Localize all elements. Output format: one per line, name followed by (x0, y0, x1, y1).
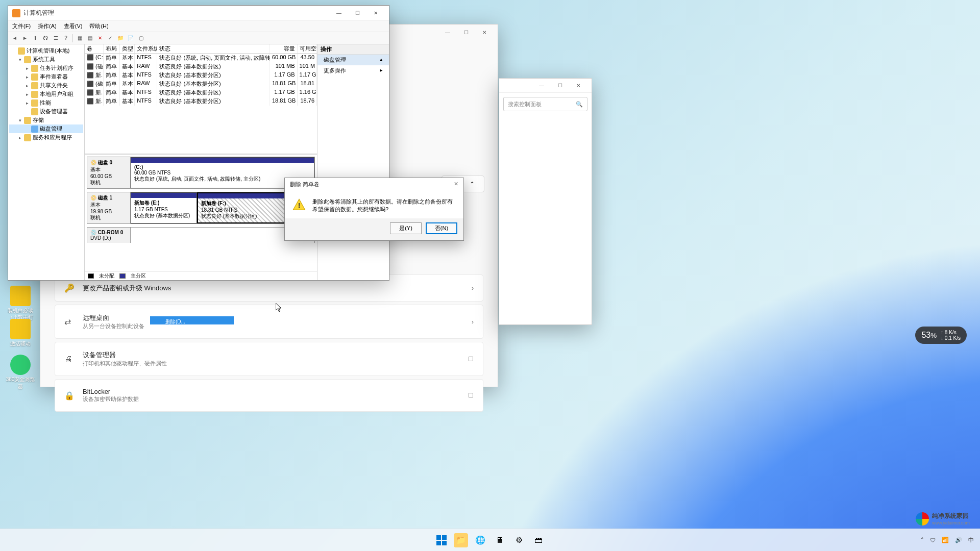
open-external-icon: ☐ (468, 392, 474, 399)
tray-ime-icon[interactable]: 中 (968, 536, 974, 544)
tray-shield-icon[interactable]: 🛡 (930, 537, 936, 543)
actions-diskmgmt[interactable]: 磁盘管理▴ (317, 55, 389, 65)
taskbar-app-icon[interactable]: 🗃 (531, 533, 546, 547)
toolbar-delete-button[interactable]: ✕ (95, 34, 105, 43)
tray-volume-icon[interactable]: 🔊 (955, 537, 962, 543)
taskbar-settings-icon[interactable]: 🖥 (493, 533, 507, 547)
svg-text:!: ! (298, 202, 301, 210)
start-button[interactable] (434, 533, 449, 547)
toolbar-help-button[interactable]: ? (61, 34, 70, 43)
disk-graphics-pane[interactable]: 📀 磁盘 0基本60.00 GB联机 (C:)60.00 GB NTFS状态良好… (85, 155, 317, 271)
menu-help[interactable]: 帮助(H) (89, 22, 108, 30)
maximize-button[interactable]: ☐ (348, 7, 366, 20)
disk-row-cdrom: 💿 CD-ROM 0DVD (D:) (87, 227, 315, 243)
minimize-button[interactable]: — (330, 7, 348, 20)
toolbar-forward-button[interactable]: ► (20, 34, 30, 43)
remote-icon: ⇄ (64, 317, 75, 327)
watermark: 纯净系统家园www.yidaimei.com (916, 512, 970, 525)
setting-item-bitlocker[interactable]: 🔒 BitLocker设备加密帮助保护数据 ☐ (55, 379, 483, 412)
volume-row[interactable]: ⬛ (磁...简单基本RAW状态良好 (基本数据分区)101 MB101 M (85, 62, 317, 71)
open-external-icon: ☐ (468, 356, 474, 363)
control-panel-search-input[interactable]: 搜索控制面板 🔍 (503, 97, 587, 111)
taskbar-gear-icon[interactable]: ⚙ (512, 533, 526, 547)
taskbar[interactable]: 📁 🌐 🖥 ⚙ 🗃 ˄ 🛡 📶 🔊 中 (0, 529, 980, 551)
window-title: 计算机管理 (23, 9, 330, 17)
toolbar-up-button[interactable]: ⬆ (31, 34, 40, 43)
setting-item-remote-desktop[interactable]: ⇄ 远程桌面从另一台设备控制此设备 删除(D... › (55, 305, 483, 339)
volume-row[interactable]: ⬛ (C:)简单基本NTFS状态良好 (系统, 启动, 页面文件, 活动, 故障… (85, 54, 317, 62)
search-icon: 🔍 (576, 101, 583, 108)
svg-rect-2 (442, 535, 447, 540)
cursor-icon (276, 303, 284, 313)
desktop-icon-activation[interactable]: 激活驱动 (5, 319, 36, 347)
toolbar-check-button[interactable]: ✓ (106, 34, 115, 43)
svg-rect-1 (436, 535, 441, 540)
cpl-maximize-button[interactable]: ☐ (551, 79, 569, 92)
desktop-icon-browser[interactable]: 360安全浏览器 (5, 355, 36, 390)
dialog-yes-button[interactable]: 是(Y) (390, 222, 422, 234)
tray-chevron-icon[interactable]: ˄ (921, 537, 924, 543)
dialog-title: 删除 简单卷 (290, 181, 320, 188)
dialog-close-button[interactable]: ✕ (454, 181, 458, 188)
warning-icon: ! (292, 198, 306, 212)
toolbar-icon-button[interactable]: ▢ (136, 34, 145, 43)
tree-node-disk-management[interactable]: 磁盘管理 (9, 124, 83, 133)
cpl-minimize-button[interactable]: — (532, 79, 551, 92)
settings-minimize-button[interactable]: — (438, 26, 457, 39)
cpl-close-button[interactable]: ✕ (569, 79, 587, 92)
volume-row[interactable]: ⬛ 新...简单基本NTFS状态良好 (基本数据分区)18.81 GB18.76 (85, 97, 317, 106)
svg-rect-3 (436, 541, 441, 545)
menu-action[interactable]: 操作(A) (38, 22, 57, 30)
control-panel-window: — ☐ ✕ 搜索控制面板 🔍 (499, 78, 592, 325)
watermark-logo-icon (916, 512, 929, 525)
toolbar-icon-button[interactable]: 📁 (116, 34, 125, 43)
toolbar-icon-button[interactable]: 📄 (126, 34, 135, 43)
volume-list[interactable]: 卷 布局 类型 文件系统 状态 容量 可用空 ⬛ (C:)简单基本NTFS状态良… (85, 44, 317, 155)
toolbar-refresh-button[interactable]: 🗘 (41, 34, 50, 43)
dialog-message: 删除此卷将清除其上的所有数据。请在删除之前备份所有希望保留的数据。您想继续吗? (312, 198, 456, 213)
tray-network-icon[interactable]: 📶 (942, 537, 949, 543)
chevron-right-icon: ▸ (380, 67, 383, 74)
menu-view[interactable]: 查看(V) (64, 22, 83, 30)
toolbar-view1-button[interactable]: ▦ (75, 34, 84, 43)
partition-e[interactable]: 新加卷 (E:)1.17 GB NTFS状态良好 (基本数据分区) (131, 192, 197, 223)
navigation-tree[interactable]: 计算机管理(本地) ▾系统工具 ▸任务计划程序 ▸事件查看器 ▸共享文件夹 ▸本… (8, 44, 85, 280)
key-icon: 🔑 (64, 283, 75, 293)
selection-highlight: 删除(D... (150, 316, 234, 324)
actions-pane: 操作 磁盘管理▴ 更多操作▸ (317, 44, 389, 280)
dialog-no-button[interactable]: 否(N) (426, 222, 457, 234)
setting-item-device-manager[interactable]: 🖨 设备管理器打印机和其他驱动程序、硬件属性 ☐ (55, 342, 483, 376)
svg-rect-4 (442, 541, 447, 545)
delete-volume-dialog: 删除 简单卷✕ ! 删除此卷将清除其上的所有数据。请在删除之前备份所有希望保留的… (284, 178, 464, 241)
app-icon (12, 9, 20, 17)
volume-row[interactable]: ⬛ (磁...简单基本RAW状态良好 (基本数据分区)18.81 GB18.81 (85, 80, 317, 88)
disk-row-0: 📀 磁盘 0基本60.00 GB联机 (C:)60.00 GB NTFS状态良好… (87, 157, 315, 189)
disk-row-1: 📀 磁盘 1基本19.98 GB联机 新加卷 (E:)1.17 GB NTFS状… (87, 192, 315, 224)
chevron-right-icon: › (472, 318, 474, 325)
toolbar-back-button[interactable]: ◄ (10, 34, 19, 43)
lock-icon: 🔒 (64, 391, 75, 400)
settings-maximize-button[interactable]: ☐ (457, 26, 475, 39)
close-button[interactable]: ✕ (366, 7, 385, 20)
volume-row[interactable]: ⬛ 新...简单基本NTFS状态良好 (基本数据分区)1.17 GB1.16 G (85, 88, 317, 97)
taskbar-explorer-icon[interactable]: 📁 (454, 533, 468, 547)
toolbar-properties-button[interactable]: ☰ (51, 34, 60, 43)
actions-more[interactable]: 更多操作▸ (317, 65, 389, 76)
volume-row[interactable]: ⬛ 新...简单基本NTFS状态良好 (基本数据分区)1.17 GB1.17 G (85, 71, 317, 80)
network-widget[interactable]: 53% ↑ 8 K/s↓ 0.1 K/s (915, 327, 967, 344)
device-icon: 🖨 (64, 355, 75, 364)
taskbar-edge-icon[interactable]: 🌐 (473, 533, 487, 547)
settings-close-button[interactable]: ✕ (475, 26, 494, 39)
collapse-icon: ▴ (380, 56, 383, 64)
chevron-right-icon: › (472, 285, 474, 292)
toolbar-view2-button[interactable]: ▤ (85, 34, 94, 43)
menu-file[interactable]: 文件(F) (12, 22, 31, 30)
